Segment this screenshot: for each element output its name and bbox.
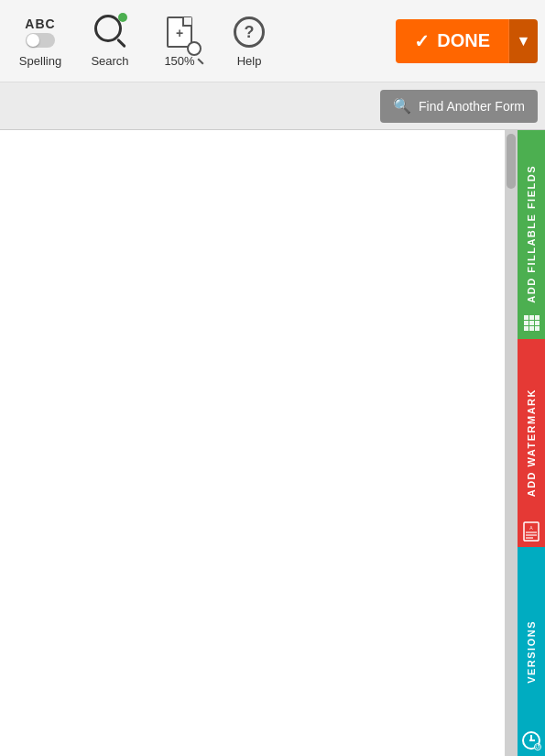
search-button[interactable]: Search xyxy=(77,5,143,78)
spelling-icon: ABC xyxy=(22,14,59,50)
search-active-dot xyxy=(118,13,127,22)
help-label: Help xyxy=(237,54,262,68)
grid-icon xyxy=(524,315,540,331)
help-button[interactable]: ? Help xyxy=(216,5,282,78)
toggle-knob xyxy=(27,34,39,47)
add-watermark-panel[interactable]: ADD WATERMARK A xyxy=(518,339,545,548)
find-another-form-button[interactable]: 🔍 Find Another Form xyxy=(380,90,538,123)
fillable-fields-label: ADD FILLABLE FIELDS xyxy=(526,161,537,307)
zoom-label: 150% xyxy=(164,54,194,68)
find-form-search-icon: 🔍 xyxy=(393,97,411,115)
zoom-circle xyxy=(187,41,202,56)
main-area: ADD FILLABLE FIELDS ADD WATERMARK A xyxy=(0,130,545,756)
fillable-fields-icon xyxy=(521,313,541,334)
zoom-button[interactable]: + 150% xyxy=(147,5,213,78)
done-chevron-icon: ▼ xyxy=(517,33,531,49)
scrollbar-track[interactable] xyxy=(505,130,518,756)
toolbar: ABC Spelling Search + xyxy=(0,0,545,82)
zoom-handle xyxy=(197,58,203,64)
done-label: DONE xyxy=(437,30,490,51)
right-panels: ADD FILLABLE FIELDS ADD WATERMARK A xyxy=(518,130,545,756)
spelling-button[interactable]: ABC Spelling xyxy=(7,5,73,78)
versions-hand-h xyxy=(529,740,535,741)
search-label: Search xyxy=(91,54,128,68)
watermark-svg-icon: A xyxy=(522,521,540,542)
scrollbar-thumb[interactable] xyxy=(507,134,516,189)
done-dropdown-button[interactable]: ▼ xyxy=(508,19,538,63)
versions-clock-icon: ↺ xyxy=(522,731,540,750)
versions-refresh-icon: ↺ xyxy=(534,743,541,751)
spelling-abc: ABC xyxy=(25,16,55,31)
spelling-label: Spelling xyxy=(19,54,61,68)
watermark-label: ADD WATERMARK xyxy=(526,385,537,500)
done-button-wrap: ✓ DONE ▼ xyxy=(396,19,538,63)
search-icon-wrap xyxy=(92,14,128,50)
search-handle xyxy=(116,38,126,49)
done-check-icon: ✓ xyxy=(414,30,430,52)
find-another-form-label: Find Another Form xyxy=(419,99,525,114)
document-canvas xyxy=(0,130,505,756)
spelling-toggle[interactable] xyxy=(26,33,55,48)
versions-icon: ↺ xyxy=(521,730,541,751)
versions-label: VERSIONS xyxy=(526,617,537,687)
versions-panel[interactable]: VERSIONS ↺ xyxy=(518,547,545,756)
svg-text:A: A xyxy=(529,525,533,531)
document-page xyxy=(0,130,505,756)
add-fillable-fields-panel[interactable]: ADD FILLABLE FIELDS xyxy=(518,130,545,339)
help-icon: ? xyxy=(231,14,267,50)
subbar: 🔍 Find Another Form xyxy=(0,82,545,130)
watermark-icon: A xyxy=(521,521,541,542)
help-circle-icon: ? xyxy=(234,16,265,48)
zoom-icon: + xyxy=(161,14,198,50)
done-button[interactable]: ✓ DONE xyxy=(396,19,508,63)
